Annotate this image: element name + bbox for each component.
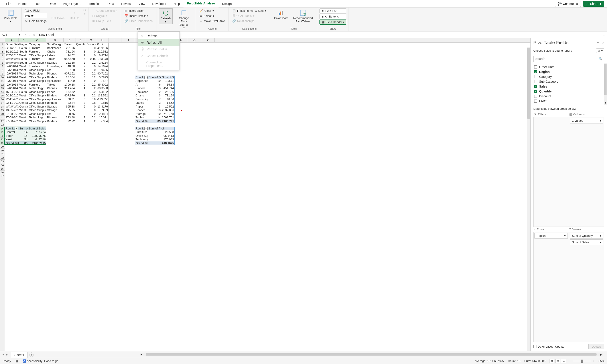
menu-data[interactable]: Data [104,0,118,7]
cell[interactable]: Technology [28,86,46,90]
refresh-button[interactable]: Refresh ▾ [159,8,173,24]
menu-design[interactable]: Design [218,0,235,7]
cell[interactable]: West [19,65,28,68]
cell[interactable]: Appliances [46,79,64,83]
cell[interactable]: 0.2 [86,83,96,87]
row-header-9[interactable]: 9 [0,72,5,76]
pt-field-sales[interactable]: ✓Sales [533,84,606,89]
row-header-26[interactable]: 26 [0,134,5,138]
cell[interactable]: 0.2 [86,90,96,94]
cell[interactable]: 15 [19,134,28,138]
cell[interactable]: Labels [135,101,148,105]
cell[interactable]: Appliances [46,98,64,101]
cell[interactable]: 2 [75,112,86,116]
cell[interactable]: 8/11/2016 [5,46,19,50]
cell[interactable]: 4 [75,68,86,72]
cell[interactable]: West [19,94,28,98]
cell[interactable]: Discount [86,43,96,46]
cell[interactable]: Furniture [28,65,46,68]
cell[interactable]: Paper [46,90,64,94]
zoom-slider-thumb[interactable] [581,360,583,363]
cell[interactable]: 68.81 [64,98,75,101]
cell[interactable]: 14.1694 [96,65,108,68]
cell[interactable]: 5.7825 [96,76,108,79]
cell[interactable]: 27-08-2014 [5,112,19,116]
cell[interactable]: 14.62 [64,54,75,57]
cell[interactable]: 665.88 [64,105,75,109]
cell[interactable]: ######### [5,105,19,109]
col-header-H[interactable]: H [96,38,108,42]
cell[interactable]: Furnishings [135,98,148,101]
row-header-24[interactable]: 24 [0,127,5,130]
pt-columns-area[interactable]: ▥Columns Σ Values▾ [569,112,604,227]
cell[interactable]: -383.031 [96,57,108,61]
pt-rows-item-region[interactable]: Region▾ [534,233,568,238]
cell[interactable]: 10 [148,79,161,83]
cell[interactable]: 2 [148,90,161,94]
row-header-36[interactable]: 36 [0,171,5,174]
cell[interactable]: 248.1675 [148,142,175,145]
cell[interactable]: ######### [5,61,19,65]
pt-columns-item-values[interactable]: Σ Values▾ [570,118,603,123]
cell[interactable]: Chairs [46,50,64,54]
cell[interactable]: Sum of Sales [28,127,46,130]
cell[interactable]: 9 [75,83,86,87]
cell[interactable]: 22-11-2015 [5,98,19,101]
row-header-19[interactable]: 19 [0,108,5,112]
row-header-31[interactable]: 31 [0,152,5,156]
cell[interactable]: West [19,108,28,112]
cell[interactable]: 0 [86,54,96,57]
cell[interactable]: Office Supplies [28,76,46,79]
cell[interactable]: 0 [86,112,96,116]
row-header-30[interactable]: 30 [0,149,5,153]
cell[interactable]: Order Date [5,43,19,46]
cell[interactable]: 9/6/2014 [5,83,19,87]
cell[interactable]: 22.72 [64,119,75,123]
cell[interactable]: 0.45 [86,57,96,61]
cell[interactable]: South [19,90,28,94]
scroll-right-icon[interactable]: ► [600,353,603,356]
cell[interactable]: 10 [148,112,161,116]
pt-field-region[interactable]: ✓Region [533,69,606,74]
row-header-7[interactable]: 7 [0,65,5,68]
cell[interactable]: Binders [46,94,64,98]
row-header-29[interactable]: 29 [0,145,5,149]
cell[interactable]: 15.84 [161,83,175,87]
field-list-toggle[interactable]: ≡Field List [320,8,346,13]
cell[interactable]: 731.94 [161,94,175,98]
cell[interactable]: 1.9656 [96,68,108,72]
cell[interactable]: 3 [75,50,86,54]
cell[interactable]: 114.9 [64,79,75,83]
menu-help[interactable]: Help [170,0,184,7]
cell[interactable]: 1706.18 [64,83,75,87]
cell[interactable]: Region [19,43,28,46]
pt-pane-close-icon[interactable]: ✕ [602,41,604,44]
row-header-35[interactable]: 35 [0,167,5,171]
cell[interactable]: Central [5,130,19,134]
row-header-37[interactable]: 37 [0,174,5,178]
cell[interactable]: 90.7152 [96,72,108,76]
cell[interactable]: West [19,54,28,57]
zoom-in-button[interactable]: + [593,359,594,363]
cell[interactable]: Chairs [135,94,148,98]
cell[interactable]: 7163.7915 [28,142,46,145]
recommended-pivottables-button[interactable]: ? Recommended PivotTables [291,8,315,24]
menu-developer[interactable]: Developer [149,0,170,7]
cell[interactable]: 3 [75,94,86,98]
row-header-15[interactable]: 15 [0,94,5,98]
cell[interactable]: 7.28 [64,68,75,72]
cell[interactable]: Phones [46,86,64,90]
cell[interactable]: Furniture [135,130,148,134]
select-button[interactable]: ▭Select ▾ [198,13,226,18]
cell[interactable]: 9/6/2014 [5,86,19,90]
pivot-filter-button[interactable]: ▾ [144,76,148,79]
cell[interactable]: 6 [148,83,161,87]
cell[interactable]: 48.86 [64,65,75,68]
cell[interactable]: 18.504 [64,76,75,79]
cell[interactable]: 54 [19,138,28,142]
menu-review[interactable]: Review [118,0,135,7]
col-header-I[interactable]: I [108,38,122,42]
field-settings-button[interactable]: ⚙ Field Settings [24,19,48,23]
cell[interactable]: 34.47 [96,79,108,83]
cell[interactable]: West [19,83,28,87]
